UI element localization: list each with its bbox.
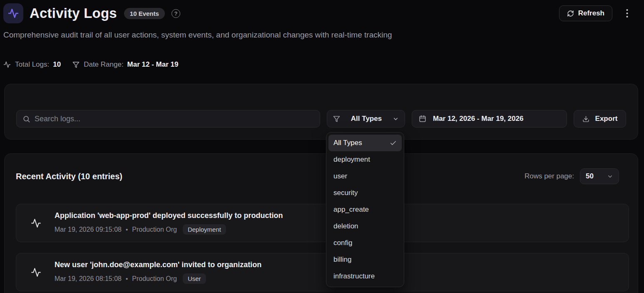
help-icon[interactable]: ? <box>172 9 180 18</box>
type-filter-value: All Types <box>351 115 382 123</box>
activity-type-badge: Deployment <box>183 224 226 235</box>
page-subtitle: Comprehensive audit trail of all user ac… <box>3 29 398 41</box>
meta-separator-dot: • <box>126 275 128 282</box>
dropdown-option-security[interactable]: security <box>328 185 402 201</box>
activity-type-badge: User <box>183 273 206 284</box>
calendar-icon <box>419 115 426 123</box>
dropdown-option-label: config <box>333 239 352 247</box>
kebab-icon <box>626 9 628 18</box>
chevron-down-icon <box>607 173 613 180</box>
filter-funnel-icon <box>333 115 340 123</box>
activity-item-meta: Mar 19, 2026 08:15:08 • Production Org U… <box>55 273 261 284</box>
type-filter-dropdown: All Types deployment user security app_c… <box>326 132 404 287</box>
dropdown-option-user[interactable]: user <box>328 168 402 185</box>
meta-separator-dot: • <box>126 226 128 233</box>
pulse-icon <box>8 8 19 19</box>
page-header: Activity Logs 10 Events ? Refresh <box>3 3 632 23</box>
activity-org: Production Org <box>132 275 177 283</box>
activity-item-content: New user 'john.doe@example.com' invited … <box>55 260 261 284</box>
dropdown-option-infrastructure[interactable]: infrastructure <box>328 268 402 285</box>
activity-timestamp: Mar 19, 2026 09:15:08 <box>55 226 122 233</box>
check-icon <box>390 140 397 147</box>
dropdown-option-app-create[interactable]: app_create <box>328 201 402 218</box>
pulse-icon <box>31 267 41 278</box>
activity-org: Production Org <box>132 226 177 233</box>
refresh-icon <box>567 10 574 17</box>
filter-row: All Types Mar 12, 2026 - Mar 19, 2026 Ex… <box>16 110 626 128</box>
date-range-label: Date Range: <box>84 60 123 69</box>
rows-per-page-value: 50 <box>586 172 594 180</box>
activity-item[interactable]: New user 'john.doe@example.com' invited … <box>16 253 629 291</box>
date-range-button[interactable]: Mar 12, 2026 - Mar 19, 2026 <box>412 110 567 128</box>
dropdown-option-deletion[interactable]: deletion <box>328 218 402 235</box>
activity-item-title: Application 'web-app-prod' deployed succ… <box>55 211 283 220</box>
refresh-button-label: Refresh <box>578 9 604 18</box>
activity-item[interactable]: Application 'web-app-prod' deployed succ… <box>16 204 629 242</box>
dropdown-option-deployment[interactable]: deployment <box>328 151 402 168</box>
dropdown-option-label: infrastructure <box>333 272 375 280</box>
activity-logs-page: Activity Logs 10 Events ? Refresh Compre… <box>0 0 644 293</box>
search-box[interactable] <box>16 110 320 128</box>
activity-list: Application 'web-app-prod' deployed succ… <box>16 204 629 291</box>
dropdown-option-label: All Types <box>333 139 362 147</box>
filter-toolbar-card: All Types Mar 12, 2026 - Mar 19, 2026 Ex… <box>4 84 638 140</box>
dropdown-option-label: security <box>333 189 358 197</box>
stats-row: Total Logs: 10 Date Range: Mar 12 - Mar … <box>3 60 178 70</box>
page-title: Activity Logs <box>30 5 117 21</box>
total-logs-label: Total Logs: <box>15 60 49 69</box>
dropdown-option-label: deletion <box>333 222 358 230</box>
dropdown-option-label: deployment <box>333 155 370 164</box>
dropdown-option-config[interactable]: config <box>328 235 402 251</box>
rows-per-page-label: Rows per page: <box>525 172 574 180</box>
activity-item-meta: Mar 19, 2026 09:15:08 • Production Org D… <box>55 224 283 235</box>
refresh-button[interactable]: Refresh <box>559 5 612 21</box>
activity-logo-icon <box>3 3 23 23</box>
activity-item-title: New user 'john.doe@example.com' invited … <box>55 260 261 269</box>
section-title: Recent Activity (10 entries) <box>16 172 122 181</box>
recent-activity-card: Recent Activity (10 entries) Rows per pa… <box>4 153 638 293</box>
events-count-badge: 10 Events <box>124 8 165 19</box>
activity-timestamp: Mar 19, 2026 08:15:08 <box>55 275 122 283</box>
recent-activity-header: Recent Activity (10 entries) Rows per pa… <box>16 168 619 185</box>
search-input[interactable] <box>35 115 314 123</box>
activity-item-content: Application 'web-app-prod' deployed succ… <box>55 211 283 235</box>
chevron-down-icon <box>393 116 399 122</box>
date-range-button-value: Mar 12, 2026 - Mar 19, 2026 <box>433 115 523 123</box>
download-icon <box>582 115 589 123</box>
date-range-value: Mar 12 - Mar 19 <box>127 60 179 69</box>
dropdown-option-label: app_create <box>333 205 369 214</box>
total-logs-value: 10 <box>53 60 61 69</box>
rows-per-page-group: Rows per page: 50 <box>525 168 619 184</box>
pulse-icon <box>31 218 41 228</box>
dropdown-option-billing[interactable]: billing <box>328 251 402 268</box>
dropdown-option-all-types[interactable]: All Types <box>328 135 402 151</box>
search-icon <box>22 115 30 123</box>
export-button-label: Export <box>595 115 618 123</box>
rows-per-page-select[interactable]: 50 <box>580 168 619 184</box>
dropdown-option-label: user <box>333 172 347 180</box>
pulse-icon <box>3 61 11 68</box>
type-filter-button[interactable]: All Types <box>327 110 405 128</box>
dropdown-option-label: billing <box>333 255 351 264</box>
filter-funnel-icon <box>72 61 80 68</box>
overflow-menu-button[interactable] <box>622 7 632 20</box>
export-button[interactable]: Export <box>574 110 626 128</box>
